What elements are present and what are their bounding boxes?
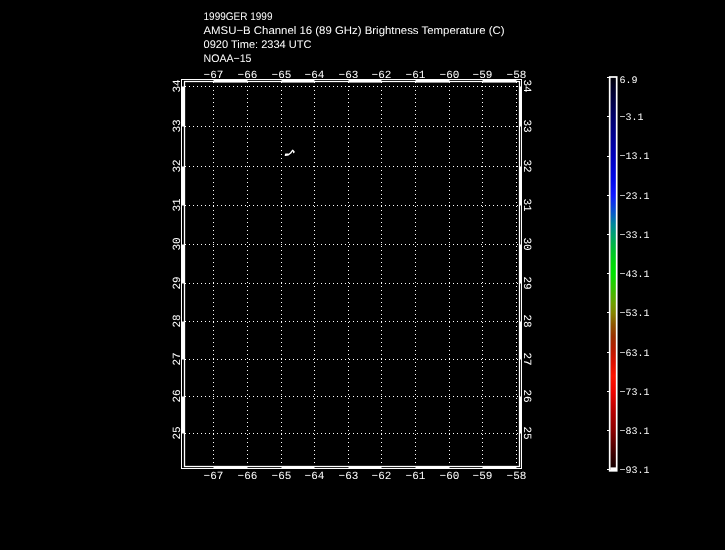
svg-text:−65: −65 <box>272 471 292 483</box>
svg-text:34: 34 <box>520 79 532 93</box>
svg-text:−63: −63 <box>339 70 359 82</box>
svg-text:−33.1: −33.1 <box>620 231 650 242</box>
svg-text:31: 31 <box>172 198 184 212</box>
svg-text:27: 27 <box>520 352 532 365</box>
svg-text:27: 27 <box>172 352 184 365</box>
svg-text:30: 30 <box>520 237 532 250</box>
svg-text:−61: −61 <box>406 70 426 82</box>
svg-text:33: 33 <box>520 119 532 132</box>
svg-text:−43.1: −43.1 <box>620 270 650 281</box>
svg-text:−23.1: −23.1 <box>620 192 650 203</box>
svg-text:−63: −63 <box>339 471 359 483</box>
svg-text:−61: −61 <box>406 471 426 483</box>
svg-text:0920 Time: 2334 UTC: 0920 Time: 2334 UTC <box>204 39 312 51</box>
svg-text:32: 32 <box>520 159 532 172</box>
svg-text:28: 28 <box>520 314 532 327</box>
svg-text:31: 31 <box>520 198 532 212</box>
svg-text:−67: −67 <box>204 471 224 483</box>
svg-text:1999GER 1999: 1999GER 1999 <box>204 11 273 23</box>
svg-text:−66: −66 <box>238 70 258 82</box>
svg-text:26: 26 <box>520 389 532 402</box>
svg-text:−64: −64 <box>305 471 325 483</box>
svg-text:−62: −62 <box>372 471 392 483</box>
svg-text:29: 29 <box>172 276 184 289</box>
svg-text:34: 34 <box>172 79 184 93</box>
svg-text:28: 28 <box>172 314 184 327</box>
svg-text:25: 25 <box>172 426 184 439</box>
svg-text:−65: −65 <box>272 70 292 82</box>
svg-text:29: 29 <box>520 276 532 289</box>
svg-text:−13.1: −13.1 <box>620 152 650 163</box>
svg-text:−73.1: −73.1 <box>620 388 650 399</box>
svg-text:−62: −62 <box>372 70 392 82</box>
svg-text:−59: −59 <box>473 70 493 82</box>
svg-text:AMSU−B Channel 16 (89 GHz) Bri: AMSU−B Channel 16 (89 GHz) Brightness Te… <box>204 25 505 37</box>
svg-text:−83.1: −83.1 <box>620 427 650 438</box>
svg-text:−53.1: −53.1 <box>620 309 650 320</box>
svg-text:−60: −60 <box>440 471 460 483</box>
svg-text:25: 25 <box>520 426 532 439</box>
svg-text:−64: −64 <box>305 70 325 82</box>
svg-text:−67: −67 <box>204 70 224 82</box>
svg-text:−3.1: −3.1 <box>620 113 644 124</box>
svg-text:26: 26 <box>172 389 184 402</box>
svg-text:33: 33 <box>172 119 184 132</box>
svg-text:−58: −58 <box>507 471 527 483</box>
svg-text:6.9: 6.9 <box>620 76 638 87</box>
svg-text:NOAA−15: NOAA−15 <box>204 53 252 65</box>
svg-text:−60: −60 <box>440 70 460 82</box>
svg-text:30: 30 <box>172 237 184 250</box>
svg-text:−93.1: −93.1 <box>620 466 650 477</box>
svg-text:32: 32 <box>172 159 184 172</box>
svg-text:−63.1: −63.1 <box>620 349 650 360</box>
svg-text:−59: −59 <box>473 471 493 483</box>
svg-text:−66: −66 <box>238 471 258 483</box>
